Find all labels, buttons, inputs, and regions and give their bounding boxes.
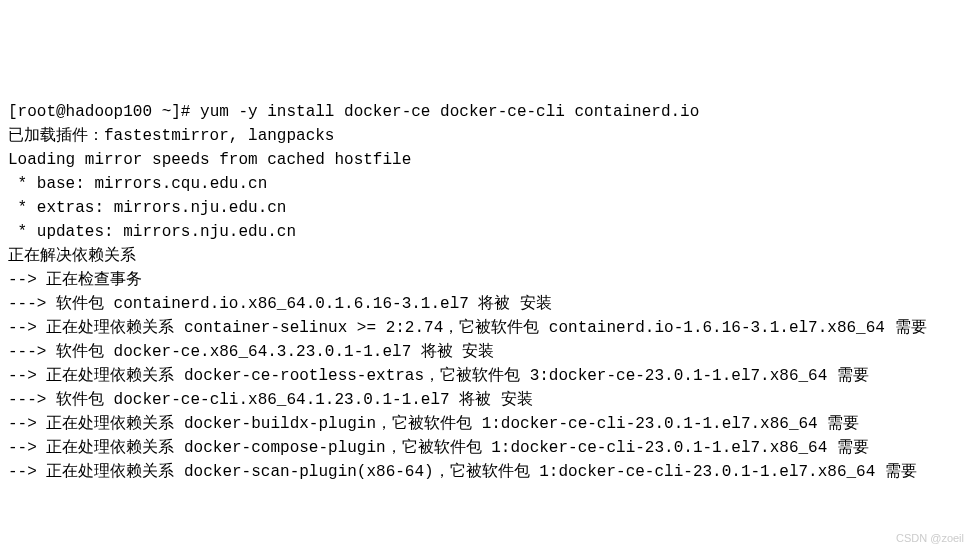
terminal-line: --> 正在检查事务 [8, 268, 964, 292]
terminal-line: --> 正在处理依赖关系 docker-ce-rootless-extras，它… [8, 364, 964, 388]
terminal-line: * base: mirrors.cqu.edu.cn [8, 172, 964, 196]
terminal-line: 正在解决依赖关系 [8, 244, 964, 268]
terminal-line: * extras: mirrors.nju.edu.cn [8, 196, 964, 220]
terminal-line: Loading mirror speeds from cached hostfi… [8, 148, 964, 172]
terminal-line: --> 正在处理依赖关系 docker-compose-plugin，它被软件包… [8, 436, 964, 460]
watermark-text: CSDN @zoeil [896, 530, 964, 547]
terminal-line-prompt: [root@hadoop100 ~]# yum -y install docke… [8, 100, 964, 124]
terminal-line: --> 正在处理依赖关系 docker-buildx-plugin，它被软件包 … [8, 412, 964, 436]
terminal-line: --> 正在处理依赖关系 docker-scan-plugin(x86-64)，… [8, 460, 964, 484]
terminal-line: * updates: mirrors.nju.edu.cn [8, 220, 964, 244]
terminal-line: 已加载插件：fastestmirror, langpacks [8, 124, 964, 148]
terminal-line: ---> 软件包 docker-ce-cli.x86_64.1.23.0.1-1… [8, 388, 964, 412]
terminal-line: ---> 软件包 docker-ce.x86_64.3.23.0.1-1.el7… [8, 340, 964, 364]
terminal-line: --> 正在处理依赖关系 container-selinux >= 2:2.74… [8, 316, 964, 340]
terminal-output: [root@hadoop100 ~]# yum -y install docke… [8, 100, 964, 484]
terminal-line: ---> 软件包 containerd.io.x86_64.0.1.6.16-3… [8, 292, 964, 316]
